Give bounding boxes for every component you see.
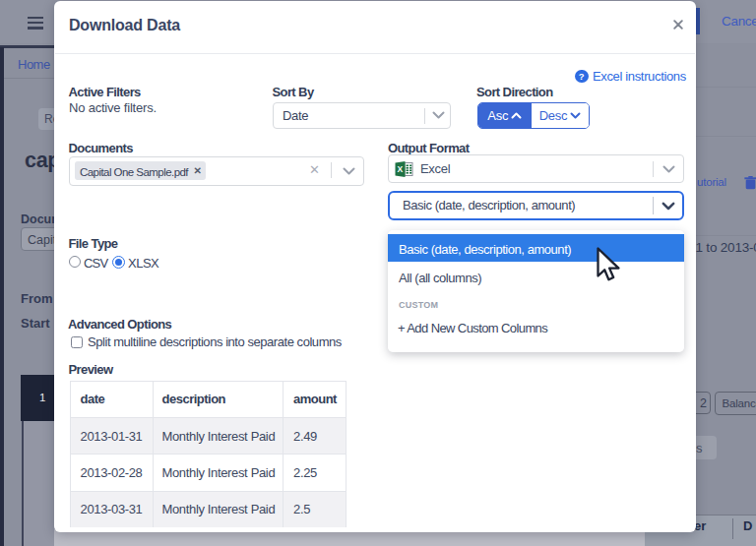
svg-text:X: X [397, 164, 403, 174]
